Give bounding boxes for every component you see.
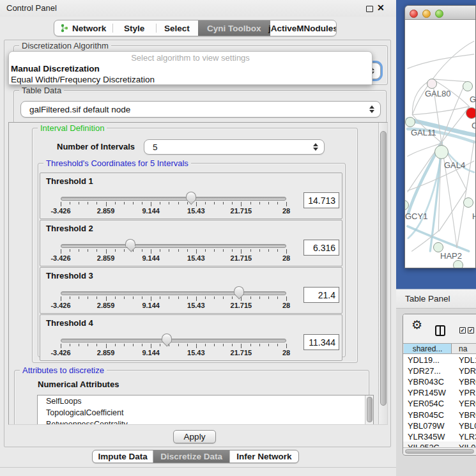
table-cell-name[interactable]: YDR2 (459, 366, 476, 376)
table-cell-name[interactable]: YPR1 (459, 388, 476, 397)
slider-tick (214, 202, 215, 204)
table-cell-name[interactable]: YBR0 (459, 410, 476, 420)
slider-tick-label: -3.426 (45, 349, 76, 357)
network-node[interactable] (434, 145, 449, 159)
tab-jactivemnodules[interactable]: jActiveMNodules (270, 20, 336, 36)
slider-tick (115, 296, 116, 299)
settings-scrollbar-thumb[interactable] (380, 131, 387, 406)
table-row[interactable]: YLR345WYLR3 (403, 431, 476, 442)
slider-tick (196, 249, 197, 254)
slider-tick (259, 202, 260, 204)
threshold-value-field[interactable]: 14.713 (303, 192, 339, 208)
slider-tick (61, 249, 61, 254)
threshold-box: Threshold 3-3.4262.8599.14415.4321.71528… (40, 267, 342, 314)
table-cell-shared-name[interactable]: YBR045C (408, 410, 444, 420)
table-row[interactable]: YDR27...YDR2 (403, 365, 476, 376)
numerical-attributes-list[interactable]: SelfLoopsTopologicalCoefficientBetweenne… (37, 395, 374, 425)
slider-tick (106, 249, 107, 254)
network-window-titlebar[interactable] (405, 6, 475, 20)
tab-select[interactable]: Select (156, 20, 198, 36)
column-layout-icon[interactable] (435, 325, 445, 336)
table-cell-shared-name[interactable]: YLR345W (408, 432, 445, 441)
slider-tick (106, 202, 107, 206)
threshold-slider-thumb[interactable] (234, 286, 244, 294)
network-node[interactable] (405, 117, 415, 127)
table-data-combobox[interactable]: galFiltered.sif default node (20, 101, 381, 118)
table-cell-shared-name[interactable]: YDR27... (408, 366, 441, 376)
threshold-slider-thumb[interactable] (186, 192, 196, 199)
interval-definition-group: Interval Definition Number of Intervals … (32, 128, 358, 363)
close-icon[interactable]: ✕ (377, 3, 385, 13)
table-cell-shared-name[interactable]: YPR145W (408, 388, 446, 397)
table-cell-shared-name[interactable]: YER054C (408, 399, 444, 408)
minimize-traffic-light-icon[interactable] (422, 10, 431, 18)
network-node[interactable] (427, 79, 437, 89)
algorithm-option-manual[interactable]: Manual Discretization (9, 63, 372, 74)
network-node[interactable] (466, 107, 476, 119)
threshold-slider-track[interactable] (61, 339, 286, 342)
algorithm-prompt-option[interactable]: Select algorithm to view settings (9, 52, 372, 63)
table-cell-shared-name[interactable]: YDL19... (408, 355, 440, 365)
table-cell-shared-name[interactable]: YBL079W (408, 421, 445, 431)
table-row[interactable]: YPR145WYPR1 (403, 387, 476, 398)
table-row[interactable]: YBR045CYBR0 (403, 410, 476, 420)
attributes-scrollbar-thumb[interactable] (367, 397, 372, 422)
algorithm-option-equal-width[interactable]: Equal Width/Frequency Discretization (9, 74, 372, 85)
slider-tick-label: 9.144 (135, 302, 166, 309)
attributes-scrollbar[interactable] (365, 395, 373, 425)
close-traffic-light-icon[interactable] (410, 10, 418, 18)
network-node[interactable] (463, 81, 473, 91)
slider-tick (214, 249, 215, 252)
table-horizontal-scrollbar[interactable] (403, 447, 476, 454)
table-cell-name[interactable]: YDL1 (459, 355, 476, 365)
settings-vertical-scrollbar[interactable] (378, 123, 387, 424)
attribute-list-item[interactable]: TopologicalCoefficient (38, 407, 373, 418)
table-cell-name[interactable]: YLR3 (459, 432, 476, 441)
network-node[interactable] (453, 260, 463, 268)
table-row[interactable]: YBL079WYBL0 (403, 420, 476, 431)
attribute-list-item[interactable]: BetweennessCentrality (38, 418, 373, 425)
threshold-value-field[interactable]: 11.344 (303, 334, 339, 350)
network-node[interactable] (463, 197, 473, 208)
subtab-impute-data[interactable]: Impute Data (93, 450, 153, 463)
zoom-traffic-light-icon[interactable] (435, 10, 443, 18)
checkbox-icon[interactable]: ✓ (468, 327, 474, 334)
thresholds-group-title: Threshold's Coordinates for 5 Intervals (43, 158, 191, 168)
column-header-shared[interactable]: shared... (404, 344, 452, 353)
threshold-slider-track[interactable] (61, 291, 286, 295)
threshold-slider-thumb[interactable] (125, 239, 135, 247)
column-header-name[interactable]: na (452, 344, 476, 353)
slider-tick (214, 296, 215, 299)
float-window-icon[interactable] (366, 6, 373, 12)
subtab-discretize-data[interactable]: Discretize Data (153, 450, 229, 463)
threshold-slider-track[interactable] (61, 244, 286, 248)
table-cell-name[interactable]: YBL0 (459, 421, 476, 431)
gear-icon[interactable]: ⚙ (411, 318, 422, 332)
number-of-intervals-combobox[interactable]: 5 (144, 139, 325, 155)
table-cell-name[interactable]: YER0 (459, 399, 476, 408)
checkbox-icon[interactable]: ✓ (459, 327, 466, 334)
subtab-infer-network[interactable]: Infer Network (230, 450, 298, 463)
desktop-background: GAL80GACGAL11GAL4GCY1HHAP2 Table Panel ⚙… (396, 0, 476, 476)
slider-tick (223, 344, 224, 346)
apply-button[interactable]: Apply (173, 430, 216, 443)
threshold-value-field[interactable]: 6.316 (303, 240, 339, 256)
threshold-value-field[interactable]: 21.4 (303, 287, 339, 303)
slider-tick (88, 296, 88, 299)
network-node-label: GAL4 (444, 160, 465, 170)
threshold-slider-track[interactable] (61, 197, 286, 201)
network-canvas[interactable]: GAL80GACGAL11GAL4GCY1HHAP2 (405, 20, 476, 268)
threshold-slider-thumb[interactable] (162, 334, 172, 341)
tab-cyni-toolbox[interactable]: Cyni Toolbox (198, 20, 270, 36)
slider-tick (88, 249, 88, 252)
table-row[interactable]: YBR043CYBR0 (403, 376, 476, 387)
table-cell-shared-name[interactable]: YBR043C (408, 377, 444, 387)
table-cell-name[interactable]: YBR0 (459, 377, 476, 387)
tab-style[interactable]: Style (112, 20, 156, 36)
tab-network[interactable]: Network (54, 20, 112, 36)
slider-tick-label: 2.859 (91, 349, 121, 357)
table-row[interactable]: YDL19...YDL1 (403, 355, 476, 365)
table-scrollbar-thumb[interactable] (405, 449, 474, 454)
attribute-list-item[interactable]: SelfLoops (38, 395, 373, 407)
table-row[interactable]: YER054CYER0 (403, 398, 476, 409)
